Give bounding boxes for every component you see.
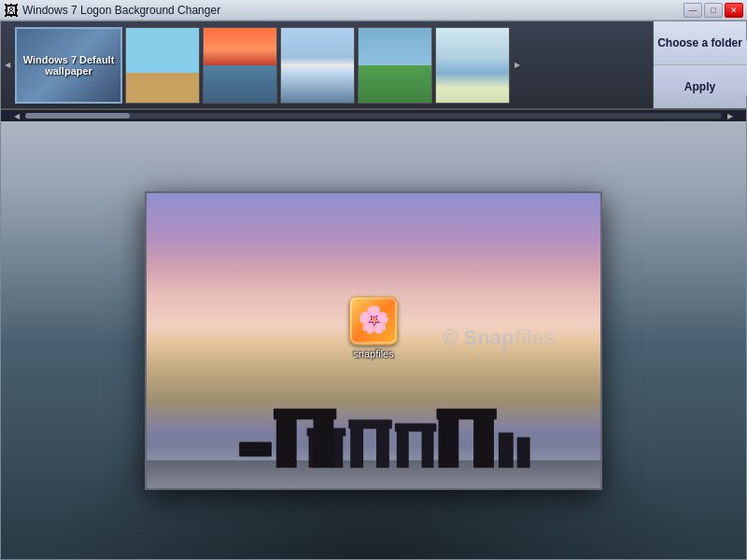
scroll-right-arrow[interactable]: ▶	[513, 61, 522, 69]
svg-rect-10	[395, 423, 437, 431]
horiz-scroll-right[interactable]: ▶	[726, 112, 735, 120]
thumbnail-mountains[interactable]	[280, 27, 355, 104]
svg-rect-1	[147, 446, 600, 488]
close-button[interactable]: ✕	[725, 3, 743, 18]
svg-rect-14	[438, 413, 458, 468]
svg-rect-7	[348, 419, 392, 428]
svg-rect-17	[239, 441, 272, 456]
scroll-left-arrow[interactable]: ◀	[3, 61, 12, 69]
thumbnail-strip[interactable]: ◀ Windows 7 Default wallpaper	[1, 21, 653, 108]
svg-rect-6	[376, 423, 389, 468]
titlebar: 🖼 Windows 7 Logon Background Changer — □…	[0, 0, 747, 21]
apply-button[interactable]: Apply	[654, 65, 746, 108]
preview-background: © Snapfiles	[147, 193, 600, 488]
content-area: © Snapfiles	[1, 121, 746, 559]
window-controls: — □ ✕	[684, 3, 743, 18]
svg-rect-15	[473, 412, 494, 468]
thumbnail-hills[interactable]	[358, 27, 432, 104]
topbar: ◀ Windows 7 Default wallpaper	[1, 21, 746, 110]
scrollbar-thumb[interactable]	[25, 113, 130, 119]
thumbnail-sunset[interactable]	[203, 27, 277, 104]
choose-folder-button[interactable]: Choose a folder	[654, 21, 746, 65]
svg-rect-13	[274, 408, 336, 419]
thumbnail-elephant[interactable]	[125, 27, 200, 104]
svg-rect-12	[314, 412, 334, 468]
main-window: ◀ Windows 7 Default wallpaper	[0, 21, 747, 560]
snapfiles-icon: 🌸	[349, 296, 398, 344]
horiz-scroll-left[interactable]: ◀	[12, 112, 21, 120]
scrollbar-area: ◀ ▶	[1, 110, 746, 121]
svg-rect-18	[499, 432, 514, 468]
thumbnail-default[interactable]: Windows 7 Default wallpaper	[15, 27, 122, 104]
svg-rect-19	[517, 437, 530, 468]
svg-rect-5	[350, 425, 363, 468]
minimize-button[interactable]: —	[684, 3, 702, 18]
svg-rect-16	[436, 408, 496, 419]
right-buttons: Choose a folder Apply	[653, 21, 746, 108]
app-icon: 🖼	[4, 3, 19, 18]
maximize-button[interactable]: □	[704, 3, 723, 18]
scrollbar-track[interactable]	[25, 113, 722, 119]
default-wallpaper-label: Windows 7 Default wallpaper	[17, 50, 120, 80]
thumbnail-coast[interactable]	[435, 27, 510, 104]
watermark: © Snapfiles	[443, 326, 555, 350]
icon-label: snapfiles	[353, 348, 393, 359]
window-title: Windows 7 Logon Background Changer	[22, 4, 684, 17]
desktop-icon: 🌸 snapfiles	[349, 296, 398, 359]
svg-rect-8	[397, 427, 409, 468]
svg-rect-9	[422, 426, 434, 468]
svg-rect-11	[276, 415, 297, 468]
preview-window: © Snapfiles	[145, 191, 602, 490]
stonehenge-silhouette	[147, 367, 600, 488]
